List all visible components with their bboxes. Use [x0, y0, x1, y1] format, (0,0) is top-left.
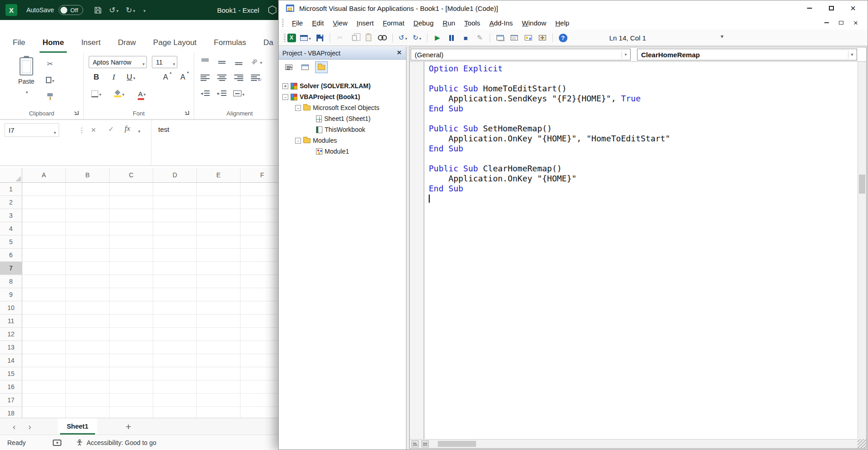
- child-minimize-button[interactable]: [821, 18, 832, 28]
- font-color-button[interactable]: A: [136, 88, 147, 99]
- redo-button[interactable]: ↻: [126, 6, 135, 14]
- cell-E3[interactable]: [197, 209, 241, 222]
- row-header-9[interactable]: 9: [0, 288, 22, 301]
- undo-dropdown-icon[interactable]: [115, 6, 119, 14]
- cell-D17[interactable]: [153, 394, 197, 407]
- code-line-11[interactable]: Public Sub ClearHomeRemap(): [429, 164, 858, 174]
- cut-icon[interactable]: ✂: [334, 32, 346, 44]
- menu-help[interactable]: Help: [551, 17, 574, 29]
- copy-icon[interactable]: [348, 32, 361, 44]
- macro-record-icon[interactable]: [53, 440, 61, 446]
- bold-button[interactable]: B: [91, 72, 102, 83]
- previous-sheet-button[interactable]: [13, 422, 15, 431]
- cell-A12[interactable]: [22, 328, 66, 341]
- code-line-1[interactable]: Option Explicit: [429, 64, 858, 74]
- tab-da[interactable]: Da: [263, 38, 273, 47]
- cell-C11[interactable]: [110, 315, 153, 328]
- insert-userform-icon[interactable]: [299, 32, 312, 44]
- menu-insert[interactable]: Insert: [352, 17, 378, 29]
- cell-F15[interactable]: [241, 367, 282, 380]
- cell-A16[interactable]: [22, 380, 66, 394]
- cell-D11[interactable]: [153, 315, 197, 328]
- cell-A14[interactable]: [22, 354, 66, 367]
- cell-A3[interactable]: [22, 209, 66, 222]
- cell-D4[interactable]: [153, 222, 197, 235]
- cell-C1[interactable]: [110, 183, 153, 196]
- cell-C7[interactable]: [110, 262, 153, 275]
- row-header-10[interactable]: 10: [0, 301, 22, 315]
- cell-B16[interactable]: [66, 380, 110, 394]
- row-header-16[interactable]: 16: [0, 380, 22, 394]
- help-icon[interactable]: ?: [557, 32, 569, 44]
- cell-F12[interactable]: [241, 328, 282, 341]
- underline-button[interactable]: U: [125, 72, 136, 83]
- cell-E9[interactable]: [197, 288, 241, 301]
- align-left-button[interactable]: [200, 72, 211, 83]
- row-header-4[interactable]: 4: [0, 222, 22, 235]
- cell-B9[interactable]: [66, 288, 110, 301]
- tab-insert[interactable]: Insert: [81, 38, 101, 47]
- cell-E4[interactable]: [197, 222, 241, 235]
- cell-B18[interactable]: [66, 407, 110, 418]
- copy-button[interactable]: [45, 75, 55, 85]
- cell-A1[interactable]: [22, 183, 66, 196]
- save-button[interactable]: [94, 6, 102, 14]
- tab-home[interactable]: Home: [42, 38, 64, 47]
- autosave-toggle[interactable]: Off: [59, 5, 83, 15]
- font-name-combo[interactable]: Aptos Narrow: [89, 56, 147, 68]
- valign-top-button[interactable]: [200, 56, 211, 67]
- code-line-5[interactable]: End Sub: [429, 104, 858, 114]
- code-line-3[interactable]: Public Sub HomeToEditStart(): [429, 84, 858, 94]
- code-line-9[interactable]: End Sub: [429, 144, 858, 154]
- expand-icon[interactable]: +: [282, 83, 288, 89]
- row-header-8[interactable]: 8: [0, 275, 22, 288]
- redo-dropdown-icon[interactable]: [132, 6, 135, 14]
- name-box[interactable]: I7: [5, 123, 59, 137]
- cell-C16[interactable]: [110, 380, 153, 394]
- cell-B4[interactable]: [66, 222, 110, 235]
- code-line-6[interactable]: [429, 114, 858, 124]
- cell-E17[interactable]: [197, 394, 241, 407]
- cell-E14[interactable]: [197, 354, 241, 367]
- enter-button[interactable]: [108, 125, 114, 133]
- align-right-button[interactable]: [233, 72, 244, 83]
- code-line-2[interactable]: [429, 74, 858, 84]
- close-button[interactable]: [842, 0, 864, 16]
- cell-A9[interactable]: [22, 288, 66, 301]
- tab-page-layout[interactable]: Page Layout: [153, 38, 196, 47]
- toolbar-overflow-button[interactable]: [721, 32, 723, 40]
- cell-D18[interactable]: [153, 407, 197, 418]
- italic-button[interactable]: I: [108, 72, 119, 83]
- cell-E1[interactable]: [197, 183, 241, 196]
- maximize-button[interactable]: [820, 0, 842, 16]
- font-size-combo[interactable]: 11: [152, 56, 177, 68]
- tree-item-modules[interactable]: -Modules: [279, 135, 406, 146]
- column-header-a[interactable]: A: [22, 168, 66, 183]
- cell-A18[interactable]: [22, 407, 66, 418]
- excel-logo-icon[interactable]: [5, 4, 17, 16]
- cell-C17[interactable]: [110, 394, 153, 407]
- procedure-view-button[interactable]: [411, 440, 419, 447]
- fill-color-button[interactable]: [114, 88, 125, 99]
- row-header-2[interactable]: 2: [0, 196, 22, 209]
- cell-B7[interactable]: [66, 262, 110, 275]
- cell-D5[interactable]: [153, 235, 197, 249]
- cell-E5[interactable]: [197, 235, 241, 249]
- cell-B13[interactable]: [66, 341, 110, 354]
- cell-C12[interactable]: [110, 328, 153, 341]
- formula-bar-resize-handle[interactable]: [78, 126, 85, 135]
- cell-B10[interactable]: [66, 301, 110, 315]
- vertical-scroll-thumb[interactable]: [859, 175, 865, 194]
- tree-item-vbaproject-book1[interactable]: -VBAProject (Book1): [279, 91, 406, 102]
- cell-B6[interactable]: [66, 249, 110, 262]
- cell-E18[interactable]: [197, 407, 241, 418]
- cell-C4[interactable]: [110, 222, 153, 235]
- resize-grip[interactable]: [858, 439, 866, 448]
- tab-file[interactable]: File: [13, 38, 25, 47]
- cell-E2[interactable]: [197, 196, 241, 209]
- collapse-icon[interactable]: -: [295, 105, 301, 111]
- row-header-13[interactable]: 13: [0, 341, 22, 354]
- cell-B15[interactable]: [66, 367, 110, 380]
- collapse-icon[interactable]: -: [295, 138, 301, 144]
- cell-A6[interactable]: [22, 249, 66, 262]
